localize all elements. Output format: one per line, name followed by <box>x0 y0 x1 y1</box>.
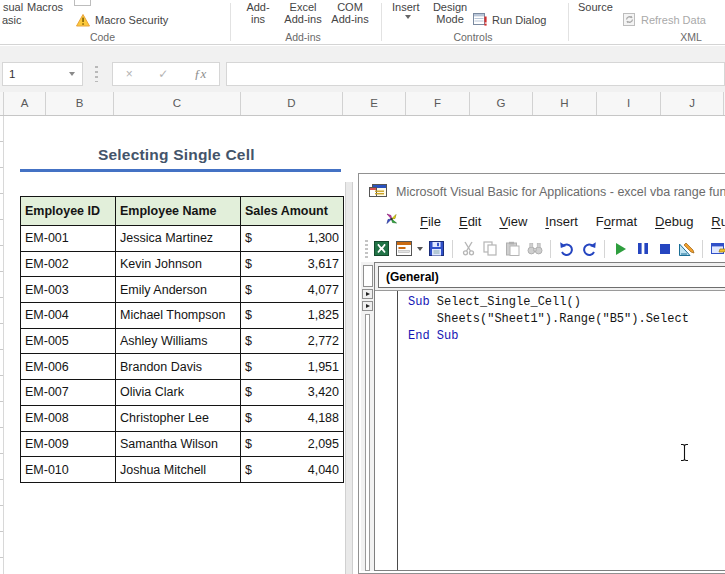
formula-input[interactable] <box>226 62 725 86</box>
insert-control-button[interactable]: Insert <box>392 1 420 13</box>
vba-menu-insert[interactable]: Insert <box>545 214 578 229</box>
column-header-C[interactable]: C <box>114 92 241 115</box>
procedure-view-button[interactable] <box>362 289 373 299</box>
cell-employee-name[interactable]: Joshua Mitchell <box>116 457 241 483</box>
cell-employee-id[interactable]: EM-007 <box>21 380 116 406</box>
header-employee-id[interactable]: Employee ID <box>21 197 116 226</box>
cell-employee-name[interactable]: Samantha Wilson <box>116 431 241 457</box>
cell-employee-id[interactable]: EM-004 <box>21 303 116 329</box>
code-group-label: Code <box>80 31 125 43</box>
cell-employee-name[interactable]: Brandon Davis <box>116 354 241 380</box>
column-header-J[interactable]: J <box>661 92 724 115</box>
cell-sales-amount[interactable]: $3,617 <box>241 251 344 277</box>
code-line[interactable]: End Sub <box>408 328 689 345</box>
vba-titlebar[interactable]: Microsoft Visual Basic for Applications … <box>361 176 725 207</box>
vba-menu-run[interactable]: Run <box>711 214 725 229</box>
insert-userform-icon[interactable] <box>395 240 412 257</box>
vba-menu-debug[interactable]: Debug <box>655 214 693 229</box>
undo-icon[interactable] <box>558 240 575 257</box>
break-icon[interactable] <box>634 240 651 257</box>
cell-employee-name[interactable]: Olivia Clark <box>116 380 241 406</box>
excel-add-ins-button[interactable]: ExcelAdd-ins <box>280 1 326 25</box>
enter-icon[interactable]: ✓ <box>158 67 168 81</box>
cell-sales-amount[interactable]: $1,825 <box>241 303 344 329</box>
cell-sales-amount[interactable]: $2,772 <box>241 328 344 354</box>
column-header-I[interactable]: I <box>597 92 661 115</box>
toolbar-grip[interactable] <box>365 240 368 258</box>
vba-menu-edit[interactable]: Edit <box>459 214 481 229</box>
table-row: EM-009Samantha Wilson$2,095 <box>21 431 344 457</box>
object-dropdown[interactable]: (General) <box>378 266 725 288</box>
macros-button[interactable]: Macros <box>27 1 63 13</box>
cell-employee-id[interactable]: EM-009 <box>21 431 116 457</box>
cell-employee-id[interactable]: EM-008 <box>21 405 116 431</box>
cell-employee-id[interactable]: EM-005 <box>21 328 116 354</box>
project-explorer-sliver <box>361 262 374 571</box>
table-row: EM-007Olivia Clark$3,420 <box>21 380 344 406</box>
com-add-ins-button[interactable]: COMAdd-ins <box>327 1 373 25</box>
name-box-dropdown-icon[interactable] <box>69 72 75 76</box>
macro-security-button[interactable]: Macro Security <box>95 14 168 26</box>
vba-menu-file[interactable]: File <box>420 214 441 229</box>
cell-employee-name[interactable]: Christopher Lee <box>116 405 241 431</box>
find-icon <box>526 240 543 257</box>
cell-employee-id[interactable]: EM-002 <box>21 251 116 277</box>
insert-function-icon[interactable]: ƒx <box>194 66 206 82</box>
save-icon[interactable] <box>428 240 445 257</box>
sliver-tab[interactable] <box>363 265 373 287</box>
header-employee-name[interactable]: Employee Name <box>116 197 241 226</box>
cell-employee-name[interactable]: Jessica Martinez <box>116 226 241 252</box>
vba-pinwheel-icon <box>383 211 400 232</box>
visual-basic-button[interactable]: sual <box>3 1 23 13</box>
project-explorer-icon[interactable] <box>710 240 725 257</box>
design-mode-button[interactable]: DesignMode <box>428 1 472 25</box>
cell-employee-name[interactable]: Michael Thompson <box>116 303 241 329</box>
cell-sales-amount[interactable]: $3,420 <box>241 380 344 406</box>
ribbon-separator <box>230 3 231 41</box>
use-relative-references-icon[interactable] <box>74 0 91 6</box>
cell-sales-amount[interactable]: $1,300 <box>241 226 344 252</box>
vba-code[interactable]: Sub Select_Single_Cell() Sheets("Sheet1"… <box>408 294 689 345</box>
code-editor[interactable]: Sub Select_Single_Cell() Sheets("Sheet1"… <box>375 290 725 570</box>
cell-employee-name[interactable]: Kevin Johnson <box>116 251 241 277</box>
design-mode-icon[interactable] <box>678 240 695 257</box>
cell-employee-name[interactable]: Ashley Williams <box>116 328 241 354</box>
header-sales-amount[interactable]: Sales Amount <box>241 197 344 226</box>
vba-menu-format[interactable]: Format <box>596 214 637 229</box>
code-line[interactable]: Sub Select_Single_Cell() <box>408 294 689 311</box>
column-header-A[interactable]: A <box>4 92 46 115</box>
insert-object-dropdown-icon[interactable] <box>417 247 423 251</box>
code-line[interactable]: Sheets("Sheet1").Range("B5").Select <box>408 311 689 328</box>
cell-sales-amount[interactable]: $1,951 <box>241 354 344 380</box>
cell-sales-amount[interactable]: $2,095 <box>241 431 344 457</box>
column-header-F[interactable]: F <box>406 92 470 115</box>
cell-employee-id[interactable]: EM-010 <box>21 457 116 483</box>
cell-employee-id[interactable]: EM-003 <box>21 277 116 303</box>
sheet-title-cell[interactable]: Selecting Single Cell <box>98 146 255 164</box>
column-header-H[interactable]: H <box>533 92 597 115</box>
column-header-G[interactable]: G <box>470 92 533 115</box>
cell-employee-name[interactable]: Emily Anderson <box>116 277 241 303</box>
controls-group-label: Controls <box>448 31 498 43</box>
redo-icon[interactable] <box>580 240 597 257</box>
reset-icon[interactable] <box>656 240 673 257</box>
cancel-icon[interactable]: × <box>126 67 133 81</box>
source-button[interactable]: Source <box>578 1 613 13</box>
add-ins-button[interactable]: Add-ins <box>238 1 278 25</box>
cell-employee-id[interactable]: EM-006 <box>21 354 116 380</box>
name-box[interactable]: 1 <box>2 62 83 86</box>
cell-employee-id[interactable]: EM-001 <box>21 226 116 252</box>
column-header-D[interactable]: D <box>241 92 343 115</box>
column-header-B[interactable]: B <box>46 92 114 115</box>
xml-group-label: XML <box>668 31 714 43</box>
cell-sales-amount[interactable]: $4,040 <box>241 457 344 483</box>
code-window: (General) Sub Select_Single_Cell() Sheet… <box>374 262 725 571</box>
run-icon[interactable] <box>612 240 629 257</box>
vba-menu-view[interactable]: View <box>499 214 527 229</box>
run-dialog-button[interactable]: Run Dialog <box>492 14 546 26</box>
cell-sales-amount[interactable]: $4,077 <box>241 277 344 303</box>
cell-sales-amount[interactable]: $4,188 <box>241 405 344 431</box>
full-module-view-button[interactable] <box>362 301 373 311</box>
column-header-E[interactable]: E <box>343 92 406 115</box>
view-excel-icon[interactable] <box>373 240 390 257</box>
